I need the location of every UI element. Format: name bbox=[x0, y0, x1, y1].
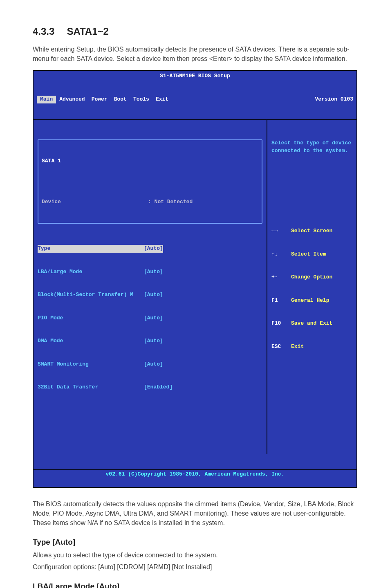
bios-panel-title: SATA 1 bbox=[42, 157, 148, 165]
bios-device-label: Device bbox=[42, 198, 148, 206]
bios-tab-exit[interactable]: Exit bbox=[152, 96, 172, 103]
bios-nav-desc: Exit bbox=[291, 343, 304, 351]
bios-row-value: [Auto] bbox=[144, 314, 163, 322]
bios-row-value: [Auto] bbox=[144, 268, 163, 276]
bios-row-smart[interactable]: SMART Monitoring[Auto] bbox=[38, 361, 262, 368]
bios-row-label: PIO Mode bbox=[38, 314, 144, 322]
bios-nav-key: ↑↓ bbox=[271, 251, 291, 258]
bios-help-text: Select the type of device connected to t… bbox=[271, 139, 352, 184]
bios-row-value: [Auto] bbox=[144, 337, 163, 345]
bios-row-value: [Auto] bbox=[144, 291, 163, 299]
bios-tab-power[interactable]: Power bbox=[88, 96, 111, 103]
bios-device-value: : Not Detected bbox=[148, 198, 193, 206]
bios-row-dma[interactable]: DMA Mode[Auto] bbox=[38, 337, 262, 345]
bios-row-label: SMART Monitoring bbox=[38, 361, 144, 368]
bios-nav-key: +- bbox=[271, 274, 291, 281]
bios-nav-desc: Save and Exit bbox=[291, 320, 332, 328]
bios-nav-desc: Select Screen bbox=[291, 227, 332, 235]
bios-row-label: Type bbox=[38, 245, 144, 253]
bios-row-label: 32Bit Data Transfer bbox=[38, 384, 144, 391]
bios-device-line: Device: Not Detected bbox=[42, 198, 258, 206]
bios-row-value: [Auto] bbox=[144, 361, 163, 368]
bios-row-value: [Auto] bbox=[144, 245, 163, 253]
intro-paragraph: While entering Setup, the BIOS automatic… bbox=[33, 45, 357, 63]
bios-title: S1-AT5NM10E BIOS Setup bbox=[34, 72, 356, 80]
bios-nav-row: ESCExit bbox=[271, 343, 352, 351]
bios-nav-key: F1 bbox=[271, 297, 291, 305]
sub-heading-type: Type [Auto] bbox=[33, 536, 357, 548]
bios-nav-key: ESC bbox=[271, 343, 291, 351]
bios-left-pane: SATA 1 Device: Not Detected Type[Auto] L… bbox=[34, 120, 267, 454]
bios-nav-key: ←→ bbox=[271, 227, 291, 235]
section-heading: 4.3.3SATA1~2 bbox=[33, 25, 357, 39]
bios-nav-row: ↑↓Select Item bbox=[271, 251, 352, 258]
bios-row-label: Block(Multi-Sector Transfer) M bbox=[38, 291, 144, 299]
bios-row-block[interactable]: Block(Multi-Sector Transfer) M[Auto] bbox=[38, 291, 262, 299]
section-title: SATA1~2 bbox=[67, 26, 108, 37]
section-number: 4.3.3 bbox=[33, 25, 54, 39]
bios-nav-row: ←→Select Screen bbox=[271, 227, 352, 235]
bios-tab-tools[interactable]: Tools bbox=[130, 96, 152, 103]
bios-row-label: LBA/Large Mode bbox=[38, 268, 144, 276]
bios-nav-row: +-Change Option bbox=[271, 274, 352, 281]
sub-text: Allows you to select the type of device … bbox=[33, 550, 357, 560]
bios-copyright: v02.61 (C)Copyright 1985-2010, American … bbox=[34, 469, 356, 479]
bios-right-pane: Select the type of device connected to t… bbox=[267, 120, 356, 454]
sub-text: Configuration options: [Auto] [CDROM] [A… bbox=[33, 562, 357, 572]
bios-menubar: Main Advanced Power Boot Tools Exit Vers… bbox=[34, 94, 356, 104]
bios-nav-desc: Select Item bbox=[291, 251, 326, 258]
bios-nav-key: F10 bbox=[271, 320, 291, 328]
bios-row-lba[interactable]: LBA/Large Mode[Auto] bbox=[38, 268, 262, 276]
bios-row-pio[interactable]: PIO Mode[Auto] bbox=[38, 314, 262, 322]
bios-row-value: [Enabled] bbox=[144, 384, 173, 391]
bios-inner-panel: SATA 1 Device: Not Detected bbox=[38, 139, 262, 224]
bios-row-32bit[interactable]: 32Bit Data Transfer[Enabled] bbox=[38, 384, 262, 391]
bios-tab-advanced[interactable]: Advanced bbox=[56, 96, 88, 103]
bios-version: Version 0103 bbox=[315, 96, 353, 103]
bios-row-type[interactable]: Type[Auto] bbox=[38, 245, 262, 253]
bios-nav-row: F1General Help bbox=[271, 297, 352, 305]
bios-tab-main[interactable]: Main bbox=[37, 96, 56, 103]
bios-row-label: DMA Mode bbox=[38, 337, 144, 345]
sub-heading-lba: LBA/Large Mode [Auto] bbox=[33, 581, 357, 588]
bios-screenshot: S1-AT5NM10E BIOS Setup Main Advanced Pow… bbox=[33, 70, 357, 488]
after-bios-paragraph: The BIOS automatically detects the value… bbox=[33, 499, 357, 528]
bios-body: SATA 1 Device: Not Detected Type[Auto] L… bbox=[34, 119, 356, 454]
bios-nav-desc: General Help bbox=[291, 297, 329, 305]
bios-tab-boot[interactable]: Boot bbox=[111, 96, 130, 103]
bios-nav-desc: Change Option bbox=[291, 274, 332, 281]
bios-nav-row: F10Save and Exit bbox=[271, 320, 352, 328]
